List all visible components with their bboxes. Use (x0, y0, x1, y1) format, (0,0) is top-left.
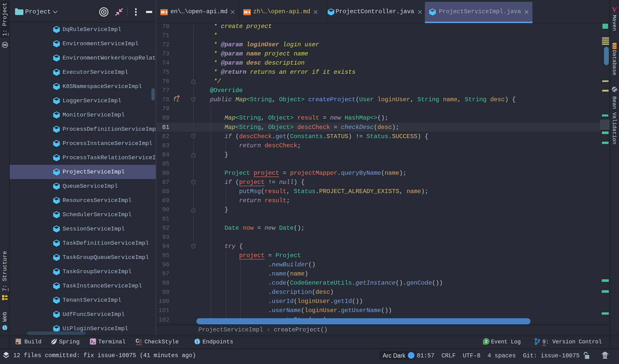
svg-text:2: 2 (485, 339, 487, 344)
